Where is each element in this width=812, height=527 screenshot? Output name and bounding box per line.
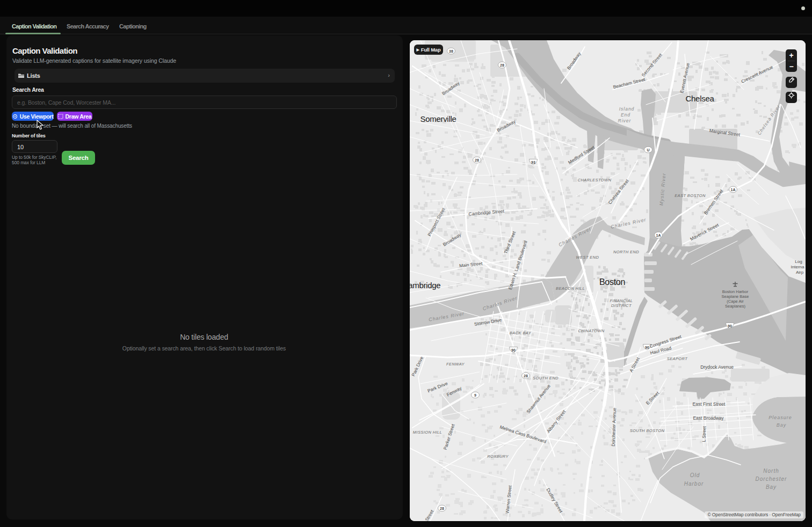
svg-text:Boston Harbor: Boston Harbor xyxy=(722,289,749,294)
svg-text:Drydock Avenue: Drydock Avenue xyxy=(700,364,734,370)
svg-text:MISSION HILL: MISSION HILL xyxy=(413,430,442,435)
svg-text:28: 28 xyxy=(500,63,504,67)
svg-text:FINANCIAL: FINANCIAL xyxy=(610,298,633,303)
svg-text:ROXBURY: ROXBURY xyxy=(487,454,509,459)
svg-text:28: 28 xyxy=(440,507,444,510)
svg-text:Cambridge: Cambridge xyxy=(410,281,440,290)
svg-text:U: U xyxy=(647,148,649,152)
svg-text:Chelsea: Chelsea xyxy=(686,94,715,103)
svg-text:CHARLESTOWN: CHARLESTOWN xyxy=(578,178,612,182)
svg-text:Airp: Airp xyxy=(796,270,804,275)
svg-text:EAST BOSTON: EAST BOSTON xyxy=(675,193,706,198)
svg-text:NORTH END: NORTH END xyxy=(613,250,639,254)
svg-text:BEACON HILL: BEACON HILL xyxy=(556,286,585,291)
svg-text:90: 90 xyxy=(645,346,649,349)
svg-text:DISTRICT: DISTRICT xyxy=(611,303,632,308)
svg-text:End: End xyxy=(621,112,630,118)
svg-text:Log: Log xyxy=(795,259,802,264)
svg-text:Bay: Bay xyxy=(766,484,777,490)
svg-text:BACK BAY: BACK BAY xyxy=(510,331,532,335)
svg-text:Dorchester: Dorchester xyxy=(756,476,787,482)
svg-text:90: 90 xyxy=(728,324,732,328)
svg-text:FENWAY: FENWAY xyxy=(446,362,465,367)
svg-text:SEAPORT: SEAPORT xyxy=(667,356,688,361)
svg-text:28: 28 xyxy=(524,374,528,378)
svg-text:Interna: Interna xyxy=(791,265,804,269)
svg-text:WEST END: WEST END xyxy=(576,255,599,260)
svg-text:Bay: Bay xyxy=(777,422,787,428)
svg-text:SOUTH BOSTON: SOUTH BOSTON xyxy=(630,428,665,433)
svg-text:SOUTH END: SOUTH END xyxy=(533,376,559,380)
svg-text:North: North xyxy=(763,468,779,474)
svg-text:1A: 1A xyxy=(656,233,661,237)
svg-text:East Broadway: East Broadway xyxy=(693,415,724,421)
svg-text:1A: 1A xyxy=(731,188,736,192)
svg-text:Island: Island xyxy=(619,106,635,112)
svg-text:Harbor: Harbor xyxy=(684,481,704,487)
svg-text:East First Street: East First Street xyxy=(693,401,726,407)
svg-text:Boston: Boston xyxy=(599,277,625,287)
svg-text:38: 38 xyxy=(449,49,453,53)
svg-text:Somerville: Somerville xyxy=(420,114,456,123)
svg-text:River: River xyxy=(618,118,632,123)
svg-text:L Street: L Street xyxy=(701,426,707,442)
svg-text:Old: Old xyxy=(690,472,700,478)
svg-text:(Cape Air: (Cape Air xyxy=(727,299,744,304)
svg-text:28: 28 xyxy=(475,158,479,162)
svg-text:9: 9 xyxy=(474,393,476,397)
svg-text:Pleasure: Pleasure xyxy=(769,415,792,420)
svg-text:90: 90 xyxy=(511,348,516,352)
svg-text:Seaplane Base: Seaplane Base xyxy=(722,294,749,299)
svg-text:93: 93 xyxy=(531,160,535,164)
svg-text:CHINATOWN: CHINATOWN xyxy=(578,328,604,333)
svg-text:Seaplanes): Seaplanes) xyxy=(725,304,745,309)
